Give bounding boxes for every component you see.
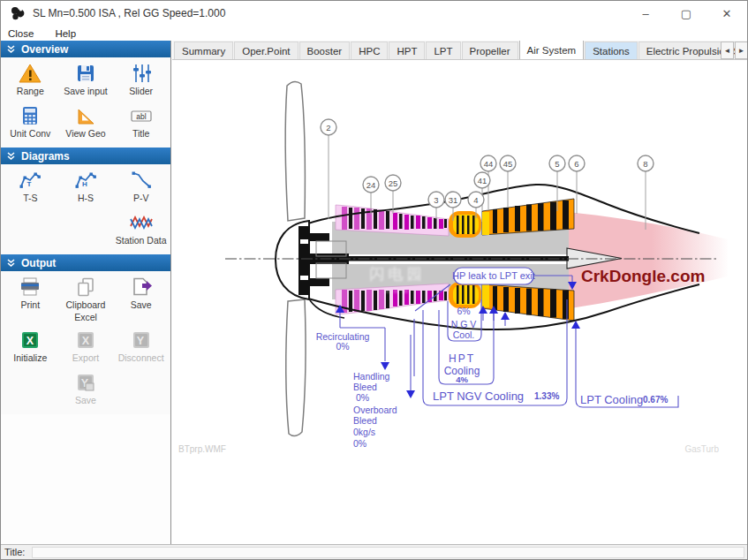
menu-close[interactable]: Close xyxy=(8,28,34,39)
site-watermark: CrkDongle.com xyxy=(581,267,705,285)
svg-text:4: 4 xyxy=(473,195,478,205)
hpt-pct: 4% xyxy=(456,375,468,384)
station-marker: 45 xyxy=(500,155,516,171)
section-header-diagrams[interactable]: Diagrams xyxy=(1,148,170,164)
unit-conv-button[interactable]: Unit Conv xyxy=(3,105,58,140)
station-marker: 24 xyxy=(363,177,379,193)
section-title: Output xyxy=(21,257,56,269)
svg-text:25: 25 xyxy=(389,178,398,188)
export-button: X Export xyxy=(58,329,114,365)
overboard-pct: 0% xyxy=(353,438,366,449)
clipboard-excel-button[interactable]: Clipboard Excel xyxy=(58,276,114,322)
tab-booster[interactable]: Booster xyxy=(299,42,351,59)
collapse-chevrons-icon xyxy=(7,259,15,267)
svg-text:8: 8 xyxy=(643,159,647,169)
disconnect-button: Y Disconnect xyxy=(113,329,169,365)
station-marker: 31 xyxy=(445,192,461,208)
station-marker: 4 xyxy=(468,192,484,208)
save-page-arrow-icon xyxy=(130,276,153,298)
lpt-cooling-pct: 0.67% xyxy=(643,395,668,405)
collapse-chevrons-icon xyxy=(7,45,15,53)
tab-summary[interactable]: Summary xyxy=(174,42,233,59)
tab-propeller[interactable]: Propeller xyxy=(462,42,518,59)
svg-text:X: X xyxy=(82,335,90,347)
ngv-pct: 6% xyxy=(457,306,470,316)
view-geo-button[interactable]: View Geo xyxy=(58,105,114,140)
set-square-icon xyxy=(75,105,96,126)
hpt-name: HPT xyxy=(449,352,475,365)
tab-hpt[interactable]: HPT xyxy=(389,42,425,59)
tab-scroll-right-button[interactable]: ► xyxy=(735,42,748,59)
diagram-tools: T T-S H H-S P-V xyxy=(1,164,170,254)
svg-text:X: X xyxy=(26,335,34,347)
tab-scroll-buttons: ◄ ► xyxy=(721,42,748,59)
section-header-overview[interactable]: Overview xyxy=(1,41,170,57)
collapse-chevrons-icon xyxy=(7,152,15,160)
station-marker: 5 xyxy=(549,155,565,171)
warning-triangle-icon xyxy=(19,63,42,84)
close-button[interactable]: ✕ xyxy=(706,1,747,26)
save-output-button[interactable]: Save xyxy=(113,276,169,322)
print-button[interactable]: Print xyxy=(3,276,58,322)
handling-line1: Handling xyxy=(353,371,390,382)
station-marker: 2 xyxy=(321,119,336,135)
ts-chart-icon: T xyxy=(19,170,42,191)
overboard-line1: Overboard xyxy=(353,405,397,415)
tab-air-system[interactable]: Air System xyxy=(519,41,585,59)
propeller-blade-top xyxy=(285,81,305,221)
svg-text:H: H xyxy=(82,180,87,188)
hs-diagram-button[interactable]: H H-S xyxy=(58,170,114,205)
sliders-icon xyxy=(131,63,152,84)
lpt-ngv-label: LPT NGV Cooling xyxy=(433,390,524,403)
save-input-button[interactable]: Save input xyxy=(58,63,114,98)
range-button[interactable]: Range xyxy=(3,63,58,98)
initialize-excel-button[interactable]: X Initialize xyxy=(3,329,58,365)
overview-tools: Range Save input xyxy=(1,57,170,148)
tab-scroll-left-button[interactable]: ◄ xyxy=(721,42,734,59)
pv-diagram-button[interactable]: P-V xyxy=(113,170,169,205)
text-label-icon: abl xyxy=(130,105,153,126)
output-tools: Print Clipboard Excel Save xyxy=(1,271,170,414)
sidebar: Overview Range Sav xyxy=(1,41,171,546)
lpt-ngv-pct: 1.33% xyxy=(534,391,559,401)
hs-chart-icon: H xyxy=(74,170,97,191)
excel-save-disabled-icon: Y xyxy=(75,372,96,393)
status-bar: Title: xyxy=(1,544,747,559)
excel-disabled-icon: X xyxy=(75,329,96,351)
tab-oper-point[interactable]: Oper.Point xyxy=(234,42,298,59)
tab-hpc[interactable]: HPC xyxy=(351,42,388,59)
station-data-chart-icon xyxy=(129,212,154,233)
excel-disconnect-disabled-icon: Y xyxy=(131,329,152,351)
brand-watermark: GasTurb xyxy=(684,444,719,454)
ts-diagram-button[interactable]: T T-S xyxy=(3,170,58,205)
lpt-cooling-label: LPT Cooling xyxy=(580,393,643,406)
status-title-field xyxy=(32,547,744,558)
tab-lpt[interactable]: LPT xyxy=(426,42,460,59)
handling-line2: Bleed xyxy=(353,382,377,392)
tab-bar: Summary Oper.Point Booster HPC HPT LPT P… xyxy=(172,41,748,60)
save-excel-button: Y Save xyxy=(58,372,114,407)
section-title: Diagrams xyxy=(21,150,70,163)
station-marker: 44 xyxy=(480,155,496,171)
station-data-button[interactable]: Station Data xyxy=(113,212,169,247)
overboard-line2: Bleed xyxy=(353,415,377,426)
svg-text:2: 2 xyxy=(326,123,330,132)
maximize-button[interactable]: ▢ xyxy=(666,1,706,26)
svg-text:6: 6 xyxy=(574,159,578,169)
svg-text:45: 45 xyxy=(503,159,513,169)
menu-bar: Close Help xyxy=(1,26,747,41)
section-header-output[interactable]: Output xyxy=(1,254,170,271)
window-title: SL Mn=0.500 ISA , Rel GG Speed=1.000 xyxy=(33,7,225,19)
tab-stations[interactable]: Stations xyxy=(585,42,638,59)
ngv-cool: Cool. xyxy=(453,329,475,340)
svg-text:24: 24 xyxy=(366,180,376,190)
menu-help[interactable]: Help xyxy=(55,28,76,39)
propeller-blade-bottom xyxy=(286,299,306,436)
overboard-kg: 0kg/s xyxy=(353,427,375,437)
slider-button[interactable]: Slider xyxy=(113,63,169,98)
section-title: Overview xyxy=(21,43,68,56)
title-button[interactable]: abl Title xyxy=(113,105,169,140)
minimize-button[interactable]: – xyxy=(625,1,666,26)
printer-icon xyxy=(19,276,42,298)
recirculating-pct: 0% xyxy=(336,341,349,352)
